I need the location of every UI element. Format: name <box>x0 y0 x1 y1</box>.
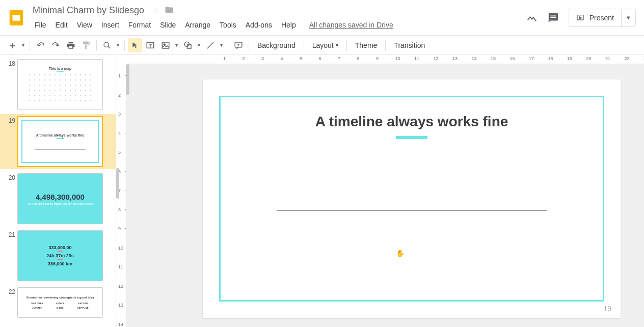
slide-thumb-19[interactable]: 19 A timeline always works fine <box>0 114 116 169</box>
svg-rect-5 <box>162 42 169 48</box>
slide-thumb-18[interactable]: 18 This is a map <box>0 57 116 112</box>
slide-thumb-22[interactable]: 22 Sometimes, reviewing concepts is a go… <box>0 285 116 320</box>
thumb-preview: 4,498,300,000 It's a gas giant and the b… <box>17 173 103 224</box>
menu-addons[interactable]: Add-ons <box>242 19 276 31</box>
header: Minimal Charm by Slidesgo ☆ File Edit Vi… <box>0 0 644 36</box>
activity-icon[interactable] <box>526 12 538 24</box>
shape-tool[interactable] <box>181 38 195 52</box>
textbox-tool[interactable] <box>143 38 157 52</box>
separator <box>30 40 30 51</box>
line-tool[interactable] <box>203 38 218 52</box>
separator <box>249 40 249 51</box>
new-slide-button[interactable]: ＋ <box>5 38 19 52</box>
present-dropdown[interactable]: ▾ <box>621 9 635 27</box>
ruler-horizontal[interactable]: 1234567891011121314151617181920212223242… <box>126 55 644 64</box>
svg-rect-1 <box>12 15 20 20</box>
select-tool[interactable] <box>128 38 142 52</box>
title-underline <box>396 136 427 139</box>
background-button[interactable]: Background <box>252 38 301 52</box>
present-label: Present <box>589 14 614 22</box>
thumb-preview: Sometimes, reviewing concepts is a good … <box>17 287 103 318</box>
thumb-preview: 333,000.00 24h 37m 23s 386,000 km <box>17 230 103 281</box>
separator <box>96 40 97 51</box>
thumb-number: 21 <box>3 230 15 238</box>
slide-panel[interactable]: 18 This is a map 19 A timeline always wo… <box>0 55 116 327</box>
slidepanel-scrollbar[interactable] <box>116 55 119 327</box>
doc-meta: Minimal Charm by Slidesgo ☆ File Edit Vi… <box>31 1 526 35</box>
image-dropdown[interactable]: ▾ <box>173 42 180 48</box>
thumb-number: 18 <box>3 59 15 67</box>
canvas-area: 1234567891011121314151617181920212223242… <box>116 55 644 327</box>
theme-button[interactable]: Theme <box>350 38 383 52</box>
transition-button[interactable]: Transition <box>389 38 430 52</box>
present-button[interactable]: Present <box>569 14 621 22</box>
slide-frame: A timeline always works fine ✋ <box>219 96 604 302</box>
slide-page-number: 19 <box>603 305 611 313</box>
scrollbar-thumb[interactable] <box>116 168 119 199</box>
menu-file[interactable]: File <box>31 19 50 31</box>
thumb-preview: This is a map <box>17 59 103 110</box>
menu-edit[interactable]: Edit <box>51 19 72 31</box>
image-tool[interactable] <box>158 38 173 52</box>
new-slide-dropdown[interactable]: ▾ <box>19 42 26 48</box>
present-button-group: Present ▾ <box>569 9 636 27</box>
menu-view[interactable]: View <box>73 19 96 31</box>
svg-point-3 <box>104 42 109 47</box>
separator <box>228 40 228 51</box>
comments-icon[interactable] <box>547 12 559 24</box>
toolbar: ＋ ▾ ↶ ↷ ▾ ▾ ▾ ▾ Background Layout ▾ Them… <box>0 36 644 55</box>
slide-canvas[interactable]: A timeline always works fine ✋ 19 <box>203 79 621 318</box>
thumb-number: 22 <box>3 287 15 295</box>
paint-format-button[interactable] <box>79 38 93 52</box>
add-comment-button[interactable] <box>231 38 246 52</box>
shape-dropdown[interactable]: ▾ <box>195 42 202 48</box>
menu-tools[interactable]: Tools <box>216 19 240 31</box>
menubar: File Edit View Insert Format Slide Arran… <box>31 19 526 31</box>
redo-button[interactable]: ↷ <box>48 38 63 52</box>
separator <box>346 40 347 51</box>
canvas-scroll[interactable]: A timeline always works fine ✋ 19 <box>126 64 644 327</box>
slide-thumb-20[interactable]: 20 4,498,300,000 It's a gas giant and th… <box>0 171 116 226</box>
star-icon[interactable]: ☆ <box>152 7 158 14</box>
thumb-number: 20 <box>3 173 15 181</box>
menu-format[interactable]: Format <box>124 19 155 31</box>
menu-insert[interactable]: Insert <box>97 19 123 31</box>
slide-title[interactable]: A timeline always works fine <box>315 114 508 130</box>
slides-logo-icon[interactable] <box>6 8 26 28</box>
separator <box>385 40 386 51</box>
doc-title-row: Minimal Charm by Slidesgo ☆ <box>31 4 526 17</box>
slide-thumb-21[interactable]: 21 333,000.00 24h 37m 23s 386,000 km <box>0 228 116 283</box>
thumb-number: 19 <box>3 116 15 124</box>
separator <box>304 40 304 51</box>
zoom-dropdown[interactable]: ▾ <box>114 42 121 48</box>
timeline-line[interactable] <box>277 210 547 211</box>
doc-title[interactable]: Minimal Charm by Slidesgo <box>31 4 146 17</box>
layout-button[interactable]: Layout ▾ <box>307 38 343 52</box>
save-status[interactable]: All changes saved in Drive <box>309 21 393 29</box>
thumb-preview: A timeline always works fine <box>17 116 103 167</box>
grab-cursor-icon: ✋ <box>396 249 405 257</box>
line-dropdown[interactable]: ▾ <box>218 42 225 48</box>
menu-help[interactable]: Help <box>277 19 300 31</box>
zoom-button[interactable] <box>100 38 114 52</box>
header-right: Present ▾ <box>526 9 636 27</box>
move-folder-icon[interactable] <box>165 5 174 16</box>
separator <box>124 40 125 51</box>
menu-slide[interactable]: Slide <box>156 19 180 31</box>
map-icon <box>27 72 93 103</box>
print-button[interactable] <box>64 38 78 52</box>
menu-arrange[interactable]: Arrange <box>181 19 214 31</box>
main: 18 This is a map 19 A timeline always wo… <box>0 55 644 327</box>
undo-button[interactable]: ↶ <box>33 38 47 52</box>
